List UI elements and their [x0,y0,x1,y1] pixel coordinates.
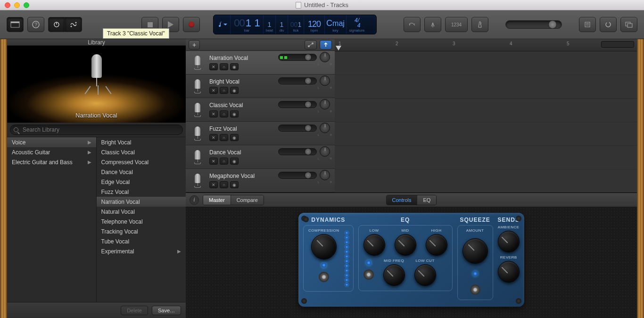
track-volume-slider[interactable] [278,125,317,132]
preset-item[interactable]: Experimental▶ [97,246,186,256]
lcd-bpm[interactable]: 120bpm [304,15,325,34]
preset-item[interactable]: Fuzz Vocal [97,187,186,197]
input-monitor-button[interactable]: ◉ [230,87,239,94]
tuner-button[interactable] [424,17,441,32]
loops-button[interactable] [600,17,617,32]
mute-button[interactable]: ✕ [209,134,218,141]
horizontal-zoom-slider[interactable] [601,41,634,48]
delete-button[interactable]: Delete [121,306,148,315]
minimize-window-button[interactable] [14,2,20,8]
count-in-button[interactable]: 1234 [445,17,468,32]
track-volume-slider[interactable] [278,54,317,61]
volume-thumb[interactable] [305,77,312,84]
mute-button[interactable]: ✕ [209,87,218,94]
lcd-tick[interactable]: 001tick [288,15,304,34]
volume-thumb[interactable] [305,148,312,155]
library-toggle-button[interactable] [7,17,24,32]
low-knob[interactable] [363,234,385,256]
automation-button[interactable] [305,40,317,50]
ambience-knob[interactable] [498,231,520,252]
mute-button[interactable]: ✕ [209,63,218,70]
pan-knob[interactable] [320,146,330,157]
mute-button[interactable]: ✕ [209,110,218,117]
notepad-button[interactable] [579,17,596,32]
master-button[interactable]: Master [203,195,231,205]
mute-button[interactable]: ✕ [209,181,218,188]
track-row[interactable]: Classic Vocal✕∩◉LR [186,98,335,122]
volume-thumb[interactable] [305,101,312,108]
media-button[interactable] [620,17,637,32]
catch-playhead-button[interactable] [320,40,332,50]
track-row[interactable]: Megaphone Vocal✕∩◉LR [186,169,335,192]
quick-help-button[interactable]: ? [27,17,44,32]
preset-item[interactable]: Tube Vocal [97,236,186,246]
zoom-window-button[interactable] [24,2,29,8]
preset-item[interactable]: Classic Vocal [97,147,186,157]
track-volume-slider[interactable] [278,101,317,108]
track-row[interactable]: Fuzz Vocal✕∩◉LR [186,122,335,145]
lcd-display[interactable]: 001 1 bar 1beat 1div 001tick 120bpm Cmaj… [213,15,377,34]
playhead-icon[interactable] [336,46,341,50]
input-monitor-button[interactable]: ◉ [230,158,239,165]
lcd-mode[interactable] [214,15,231,34]
preset-item[interactable]: Narration Vocal [97,197,186,207]
solo-headphones-button[interactable]: ∩ [220,134,228,141]
midfreq-knob[interactable] [383,264,405,286]
category-item[interactable]: Electric Guitar and Bass▶ [7,157,96,167]
master-volume-slider[interactable] [505,20,562,29]
compare-button[interactable]: Compare [231,195,264,205]
lcd-bar[interactable]: 001 1 bar [231,15,264,34]
volume-thumb[interactable] [305,54,312,61]
track-row[interactable]: Narration Vocal✕∩◉LR [186,51,335,75]
pan-knob[interactable] [320,52,330,62]
pan-knob[interactable] [320,99,330,109]
lcd-div[interactable]: 1div [276,15,288,34]
reverb-knob[interactable] [498,261,520,283]
solo-headphones-button[interactable]: ∩ [220,110,228,117]
track-volume-slider[interactable] [278,77,317,84]
preset-item[interactable]: Edge Vocal [97,177,186,187]
compression-knob[interactable] [311,234,337,259]
add-track-button[interactable]: + [189,40,200,50]
lcd-signature[interactable]: 4/4signature [347,15,367,34]
lowcut-knob[interactable] [414,264,436,286]
pan-knob[interactable] [320,170,330,180]
lcd-key[interactable]: Cmajkey [325,15,347,34]
editors-button[interactable] [65,17,82,32]
save-button[interactable]: Save… [152,306,181,315]
preset-item[interactable]: Telephone Vocal [97,217,186,226]
search-input[interactable] [10,125,183,135]
solo-headphones-button[interactable]: ∩ [220,87,228,94]
inspector-button[interactable]: i [190,195,199,205]
solo-headphones-button[interactable]: ∩ [220,158,228,165]
mute-button[interactable]: ✕ [209,158,218,165]
input-monitor-button[interactable]: ◉ [230,63,239,70]
preset-item[interactable]: Dance Vocal [97,167,186,177]
arrange-area[interactable] [335,51,637,192]
input-monitor-button[interactable]: ◉ [230,134,239,141]
preset-item[interactable]: Natural Vocal [97,207,186,217]
tab-controls[interactable]: Controls [387,195,418,205]
category-item[interactable]: Voice▶ [7,137,96,147]
track-row[interactable]: Bright Vocal✕∩◉LR [186,75,335,98]
volume-thumb[interactable] [548,20,557,29]
pan-knob[interactable] [320,123,330,133]
track-row[interactable]: Dance Vocal✕∩◉LR [186,145,335,169]
timeline[interactable]: 12345 [335,39,637,192]
volume-thumb[interactable] [305,125,312,132]
preset-list[interactable]: Bright VocalClassic VocalCompressed Voca… [97,137,186,302]
category-list[interactable]: Voice▶Acoustic Guitar▶Electric Guitar an… [7,137,97,302]
cycle-button[interactable] [404,17,421,32]
lcd-beat[interactable]: 1beat [264,15,276,34]
track-volume-slider[interactable] [278,172,317,179]
preset-item[interactable]: Bright Vocal [97,137,186,147]
track-volume-slider[interactable] [278,148,317,155]
preset-item[interactable]: Compressed Vocal [97,157,186,167]
input-monitor-button[interactable]: ◉ [230,110,239,117]
smart-controls-button[interactable] [48,17,65,32]
input-monitor-button[interactable]: ◉ [230,181,239,188]
ruler[interactable]: 12345 [335,39,637,51]
volume-thumb[interactable] [305,172,312,179]
solo-headphones-button[interactable]: ∩ [220,63,228,70]
high-knob[interactable] [426,234,447,256]
